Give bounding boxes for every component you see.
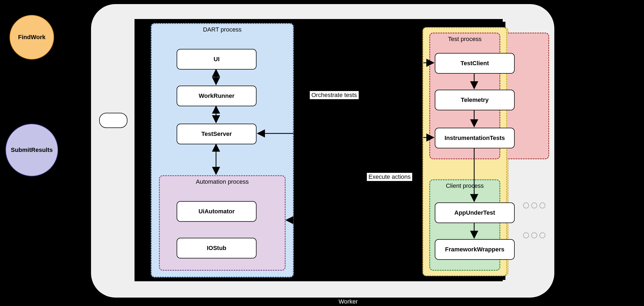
workrunner-node: WorkRunner: [177, 86, 257, 106]
testserver-node: TestServer: [177, 124, 257, 144]
testclient-node: TestClient: [435, 53, 515, 74]
worker-label: Worker: [337, 298, 359, 306]
phone-sensor-dot: [523, 202, 529, 208]
test-process-title: Test process: [430, 36, 499, 43]
findwork-circle: FindWork: [10, 15, 54, 60]
orchestrate-label: Orchestrate tests: [310, 91, 359, 99]
phone-sensor-dot: [531, 202, 537, 208]
execute-label: Execute actions: [367, 173, 412, 181]
diagram-stage: FindWork SubmitResults DART process Auto…: [0, 0, 644, 306]
phone-sensor-dot: [539, 202, 545, 208]
automation-process-title: Automation process: [160, 178, 285, 185]
phone-home-button: [99, 113, 127, 128]
appundertest-node: AppUnderTest: [435, 202, 515, 223]
phone-sensor-dot: [531, 232, 537, 238]
phone-sensor-dot: [523, 232, 529, 238]
iostub-node: IOStub: [177, 238, 257, 258]
submitresults-circle: SubmitResults: [5, 124, 58, 176]
client-process-title: Client process: [430, 182, 499, 189]
ui-node: UI: [177, 49, 257, 70]
frameworkwrappers-node: FrameworkWrappers: [435, 239, 515, 260]
uiautomator-node: UiAutomator: [177, 201, 257, 222]
telemetry-node: Telemetry: [435, 90, 515, 110]
dart-process-title: DART process: [152, 26, 293, 33]
instrumentation-node: InstrumentationTests: [435, 128, 515, 148]
phone-sensor-dot: [539, 232, 545, 238]
